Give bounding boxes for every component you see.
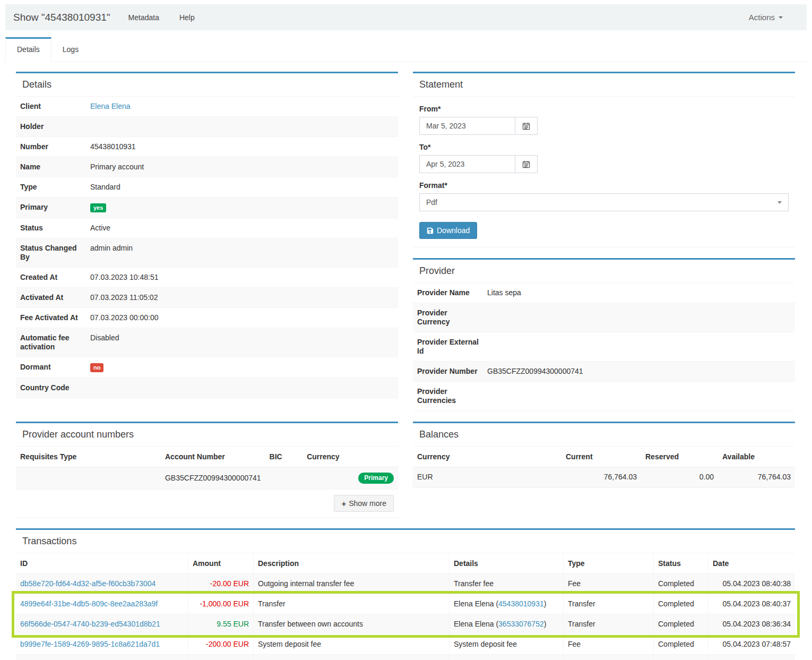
transaction-id-link[interactable]: 4899e64f-31be-4db5-809c-8ee2aa283a9f xyxy=(20,599,158,608)
from-calendar-button[interactable] xyxy=(515,117,538,135)
table-row: Number45438010931 xyxy=(16,137,398,157)
row-label: Holder xyxy=(16,117,86,137)
balance-available: 76,764.03 xyxy=(718,467,795,487)
download-button[interactable]: Download xyxy=(419,222,477,239)
table-row: Primaryyes xyxy=(16,198,398,218)
table-row: ClientElena Elena xyxy=(16,97,398,117)
caret-down-icon xyxy=(779,16,783,19)
tx-details-account-link[interactable]: 45438010931 xyxy=(498,599,544,608)
balances-table: EUR76,764.030.0076,764.03 xyxy=(413,467,795,487)
tx-date-cell: 05.04.2023 07:48:57 xyxy=(709,655,795,660)
tx-id-cell: b999e7fe-1589-4269-9895-1c8a621da7d1 xyxy=(16,635,188,655)
format-select[interactable]: Pdf xyxy=(419,193,789,211)
tab-details[interactable]: Details xyxy=(5,37,51,62)
to-date-input[interactable] xyxy=(419,155,515,173)
menu-item-help[interactable]: Help xyxy=(179,13,195,22)
transaction-row: d69c1fc7-f61a-45eb-bc0f-39606b02902610,0… xyxy=(16,655,795,660)
transactions-section: Transactions ID Amount Description Detai… xyxy=(16,528,795,660)
row-label: Country Code xyxy=(16,378,86,398)
provider-accounts-title: Provider account numbers xyxy=(16,423,398,447)
col-badge xyxy=(354,447,398,467)
row-label: Provider Number xyxy=(413,362,483,382)
table-row: Provider External Id xyxy=(413,332,795,362)
tx-description-cell: Transfer between own accounts xyxy=(254,614,450,635)
balance-current: 76,764.03 xyxy=(562,467,641,487)
menu-item-metadata[interactable]: Metadata xyxy=(128,13,159,22)
row-value: Standard xyxy=(86,177,398,198)
row-value: Disabled xyxy=(86,328,398,357)
row-label: Provider Currencies xyxy=(413,382,483,410)
page-title: Show "45438010931" xyxy=(13,12,110,23)
account-number-cell: GB35CFZZ00994300000741 xyxy=(161,467,265,490)
transaction-id-link[interactable]: 66f566de-0547-4740-b239-ed54301d8b21 xyxy=(20,620,160,628)
provider-accounts-panel: Provider account numbers Requisites Type… xyxy=(16,422,398,518)
row-value: no xyxy=(86,357,398,378)
row-label: Provider External Id xyxy=(413,332,483,362)
row-value: admin admin xyxy=(86,238,398,268)
row-label: Primary xyxy=(16,198,86,218)
client-link[interactable]: Elena Elena xyxy=(90,102,131,110)
format-label: Format* xyxy=(419,181,789,190)
tab-bar: Details Logs xyxy=(5,37,807,62)
tx-amount-cell: 10,000.00 EUR xyxy=(188,655,254,660)
tx-details-cell: System deposit fee xyxy=(450,635,564,655)
tx-status-cell: Completed xyxy=(654,594,709,614)
row-value: 07.03.2023 11:05:02 xyxy=(86,288,398,308)
tx-amount-cell: 9.55 EUR xyxy=(188,614,254,635)
transactions-table: db58e720-fd64-4d32-af5e-f60cb3b73004-20.… xyxy=(16,574,795,660)
row-label: Provider Currency xyxy=(413,303,483,332)
actions-dropdown[interactable]: Actions xyxy=(749,13,783,22)
provider-accounts-footer: + Show more xyxy=(16,490,398,517)
row-value: Primary account xyxy=(86,157,398,177)
row-label: Provider Name xyxy=(413,283,483,303)
row-value: 45438010931 xyxy=(86,137,398,157)
tx-id-cell: d69c1fc7-f61a-45eb-bc0f-39606b029026 xyxy=(16,655,188,660)
col-balance-reserved: Reserved xyxy=(641,447,718,467)
row-value: Elena Elena xyxy=(86,97,398,117)
table-row: Provider Currency xyxy=(413,303,795,332)
badge-cell: Primary xyxy=(354,467,398,490)
row-value: Active xyxy=(86,218,398,238)
col-account-number: Account Number xyxy=(161,447,265,467)
row-label: Client xyxy=(16,97,86,117)
transaction-id-link[interactable]: db58e720-fd64-4d32-af5e-f60cb3b73004 xyxy=(20,579,156,588)
tx-date-cell: 05.04.2023 08:40:38 xyxy=(709,574,795,594)
tx-details-account-link[interactable]: 36533076752 xyxy=(498,620,544,628)
col-balance-currency: Currency xyxy=(413,447,562,467)
tx-description-cell: Outgoing internal transfer fee xyxy=(254,574,450,594)
tx-type-cell: Transfer xyxy=(564,594,654,614)
download-label: Download xyxy=(437,226,470,235)
col-tx-details: Details xyxy=(450,553,564,574)
row-label: Number xyxy=(16,137,86,157)
row-value: Litas sepa xyxy=(483,283,795,303)
tx-status-cell: Completed xyxy=(654,574,709,594)
from-date-input[interactable] xyxy=(419,117,515,135)
table-row: GB35CFZZ00994300000741Primary xyxy=(16,467,398,490)
col-bic: BIC xyxy=(265,447,303,467)
provider-table: Provider NameLitas sepaProvider Currency… xyxy=(413,283,795,410)
tab-logs[interactable]: Logs xyxy=(51,37,90,62)
col-tx-status: Status xyxy=(654,553,709,574)
tx-date-cell: 05.04.2023 07:48:57 xyxy=(709,635,795,655)
transaction-row: 66f566de-0547-4740-b239-ed54301d8b219.55… xyxy=(16,614,795,635)
table-row: Country Code xyxy=(16,378,398,398)
transaction-id-link[interactable]: b999e7fe-1589-4269-9895-1c8a621da7d1 xyxy=(20,640,160,648)
tx-status-cell: Completed xyxy=(654,635,709,655)
col-tx-amount: Amount xyxy=(188,553,254,574)
show-more-button[interactable]: + Show more xyxy=(334,495,394,512)
to-calendar-button[interactable] xyxy=(515,155,538,173)
table-row: Provider Currencies xyxy=(413,382,795,410)
details-panel-title: Details xyxy=(16,73,398,97)
show-more-label: Show more xyxy=(349,499,386,508)
tx-details-cell: Transfer fee xyxy=(450,574,564,594)
tx-status-cell: Completed xyxy=(654,655,709,660)
content-area: Details ClientElena ElenaHolderNumber454… xyxy=(0,62,812,660)
row-label: Type xyxy=(16,177,86,198)
table-row: TypeStandard xyxy=(16,177,398,198)
col-tx-description: Description xyxy=(254,553,450,574)
table-row: Provider NumberGB35CFZZ00994300000741 xyxy=(413,362,795,382)
right-column-row2: Balances Currency Current Reserved Avail… xyxy=(413,422,795,499)
row-value: GB35CFZZ00994300000741 xyxy=(483,362,795,382)
status-badge: yes xyxy=(90,203,106,212)
col-tx-date: Date xyxy=(709,553,795,574)
